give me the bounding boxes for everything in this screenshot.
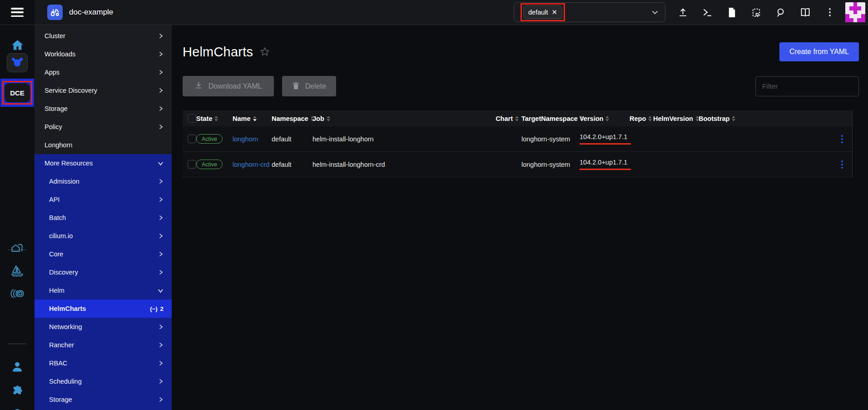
select-all-checkbox[interactable] xyxy=(188,114,196,123)
sidebar-item-helmcharts[interactable]: HelmCharts (−) 2 xyxy=(35,300,172,318)
sidebar-item-cluster[interactable]: Cluster xyxy=(35,27,172,45)
top-header: doc-example default ✕ xyxy=(0,0,868,25)
sidebar-item-storage-sub[interactable]: Storage xyxy=(35,390,172,409)
helmcharts-count-badge: (−) 2 xyxy=(150,305,164,312)
chevron-right-icon xyxy=(158,342,164,348)
chevron-right-icon xyxy=(158,179,164,184)
hamburger-menu-button[interactable] xyxy=(0,0,35,25)
column-header-job[interactable]: Job xyxy=(312,115,385,122)
main-content: HelmCharts Create from YAML Download YAM… xyxy=(172,25,868,410)
sidebar-item-service-discovery[interactable]: Service Discovery xyxy=(35,81,172,100)
sidebar-nav: Cluster Workloads Apps Service Discovery… xyxy=(35,25,172,410)
column-header-version[interactable]: Version xyxy=(580,115,630,122)
table-row: Active longhorn-crd default helm-install… xyxy=(183,152,852,177)
column-header-namespace[interactable]: Namespace xyxy=(272,115,312,122)
cluster-name: doc-example xyxy=(69,8,113,17)
column-header-state[interactable]: State xyxy=(196,115,233,122)
helmcharts-table: State Name Namespace Job xyxy=(183,110,853,177)
page-title: HelmCharts xyxy=(183,45,253,60)
sort-icon xyxy=(648,116,652,121)
dce-product-block: DCE xyxy=(0,79,34,107)
sidebar-item-core[interactable]: Core xyxy=(35,245,172,263)
namespace-clear-icon[interactable]: ✕ xyxy=(552,8,558,16)
chevron-down-icon xyxy=(158,160,164,166)
chevron-right-icon xyxy=(158,397,164,402)
chevron-right-icon xyxy=(158,88,164,93)
kubectl-shell-icon[interactable] xyxy=(702,7,713,18)
column-header-repo[interactable]: Repo xyxy=(630,115,653,122)
chevron-right-icon xyxy=(158,33,164,39)
search-icon[interactable] xyxy=(775,7,786,18)
status-badge: Active xyxy=(196,160,223,169)
left-icon-rail: DCE xyxy=(0,25,35,410)
kebab-menu-icon[interactable] xyxy=(824,7,835,18)
sidebar-item-discovery[interactable]: Discovery xyxy=(35,263,172,281)
chevron-right-icon xyxy=(158,51,164,57)
cell-job: helm-install-longhorn xyxy=(312,135,385,143)
sidebar-item-rbac[interactable]: RBAC xyxy=(35,354,172,372)
cluster-brand[interactable]: doc-example xyxy=(35,5,113,20)
dce-button[interactable]: DCE xyxy=(5,83,30,102)
sidebar-item-policy[interactable]: Policy xyxy=(35,118,172,136)
chevron-right-icon xyxy=(158,197,164,202)
sidebar-item-cilium-io[interactable]: cilium.io xyxy=(35,227,172,245)
sidebar-item-longhorn[interactable]: Longhorn xyxy=(35,136,172,154)
table-row: Active longhorn default helm-install-lon… xyxy=(183,126,852,152)
chevron-right-icon xyxy=(158,324,164,330)
favorite-star-icon[interactable] xyxy=(259,46,270,57)
delete-button[interactable]: Delete xyxy=(282,76,336,96)
helmchart-name-link[interactable]: longhorn-crd xyxy=(233,161,269,168)
rancher-logo-icon xyxy=(47,5,63,20)
chevron-right-icon xyxy=(158,360,164,366)
puzzle-icon[interactable] xyxy=(0,384,35,397)
chevron-right-icon xyxy=(158,251,164,257)
count-icon: (−) xyxy=(150,305,157,312)
globe-icon[interactable] xyxy=(0,408,35,410)
sidebar-item-helm[interactable]: Helm xyxy=(35,281,172,300)
cluster-explorer-button[interactable] xyxy=(7,53,28,72)
sidebar-item-networking[interactable]: Networking xyxy=(35,318,172,336)
sidebar-item-rancher[interactable]: Rancher xyxy=(35,336,172,354)
user-icon[interactable] xyxy=(0,360,35,373)
helmchart-name-link[interactable]: longhorn xyxy=(233,135,258,143)
sidebar-item-storage[interactable]: Storage xyxy=(35,100,172,118)
garage-icon[interactable] xyxy=(0,241,35,254)
namespace-pill[interactable]: default ✕ xyxy=(523,5,562,19)
chevron-down-icon xyxy=(651,9,659,16)
table-header-row: State Name Namespace Job xyxy=(183,110,852,126)
chevron-right-icon xyxy=(158,233,164,239)
sidebar-item-scheduling[interactable]: Scheduling xyxy=(35,372,172,390)
sort-icon xyxy=(515,116,519,121)
column-header-bootstrap[interactable]: Bootstrap xyxy=(699,115,832,122)
column-header-targetnamespace[interactable]: TargetNamespace xyxy=(521,115,580,122)
column-header-chart[interactable]: Chart xyxy=(385,115,521,122)
snapshot-copy-icon[interactable] xyxy=(751,7,762,18)
import-yaml-icon[interactable] xyxy=(677,7,688,18)
docs-book-icon[interactable] xyxy=(800,7,811,18)
download-yaml-button[interactable]: Download YAML xyxy=(183,76,274,96)
user-avatar[interactable] xyxy=(845,2,865,22)
sidebar-item-batch[interactable]: Batch xyxy=(35,209,172,227)
sort-icon xyxy=(732,116,735,121)
sidebar-item-workloads[interactable]: Workloads xyxy=(35,45,172,63)
app-window: doc-example default ✕ xyxy=(0,0,868,410)
sailboat-icon[interactable] xyxy=(0,265,35,277)
home-icon[interactable] xyxy=(0,40,35,51)
row-actions-kebab-icon[interactable] xyxy=(832,134,852,145)
row-checkbox[interactable] xyxy=(188,135,196,143)
status-badge: Active xyxy=(196,134,223,144)
filter-input[interactable] xyxy=(755,76,859,96)
cell-version-annotated: 104.2.0+up1.7.1 xyxy=(580,159,631,170)
sidebar-item-api[interactable]: API xyxy=(35,190,172,209)
namespace-filter-dropdown[interactable]: default ✕ xyxy=(514,2,665,22)
column-header-name[interactable]: Name xyxy=(233,115,272,122)
column-header-helmversion[interactable]: HelmVersion xyxy=(653,115,699,122)
row-checkbox[interactable] xyxy=(188,160,196,169)
row-actions-kebab-icon[interactable] xyxy=(832,159,852,170)
sidebar-item-admission[interactable]: Admission xyxy=(35,172,172,190)
file-icon[interactable] xyxy=(726,7,737,18)
create-from-yaml-button[interactable]: Create from YAML xyxy=(779,42,859,61)
sidebar-item-apps[interactable]: Apps xyxy=(35,63,172,81)
sidebar-item-more-resources[interactable]: More Resources xyxy=(35,154,172,172)
chain-hex-icon[interactable] xyxy=(0,288,35,300)
